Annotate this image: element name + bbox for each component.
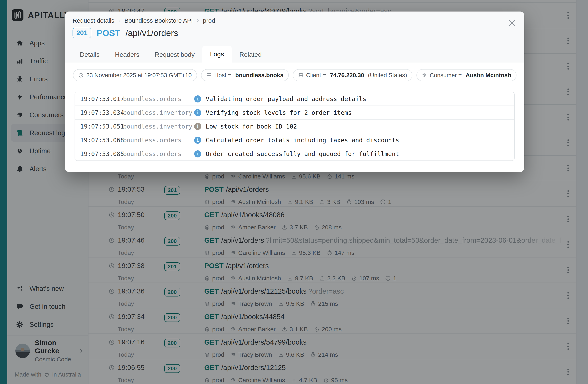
log-level-icon (194, 109, 201, 116)
request-meta-chips: 23 November 2025 at 19:07:53 GMT+10 Host… (73, 69, 516, 81)
http-method: POST (97, 28, 120, 38)
log-message: Calculated order totals including taxes … (206, 137, 399, 144)
log-message: Verifying stock levels for 2 order items (206, 109, 352, 116)
modal-tabs: Details Headers Request body Logs Relate… (72, 46, 269, 63)
log-logger: boundless.orders (123, 95, 194, 103)
log-message: Low stock for book ID 102 (206, 123, 297, 130)
modal-title: 201 POST /api/v1/orders (73, 28, 178, 38)
clock-icon (78, 73, 84, 78)
log-time: 19:07:53.017 (80, 95, 123, 103)
log-message: Validating order payload and address det… (206, 95, 366, 103)
log-row: 19:07:53.068 boundless.orders Calculated… (75, 133, 514, 147)
tab-related[interactable]: Related (232, 47, 269, 63)
modal-body: 23 November 2025 at 19:07:53 GMT+10 Host… (65, 63, 524, 172)
log-row: 19:07:53.034 boundless.inventory Verifyi… (75, 106, 514, 119)
log-row: 19:07:53.051 boundless.inventory Low sto… (75, 119, 514, 133)
log-logger: boundless.inventory (123, 109, 194, 116)
chevron-right-icon (118, 19, 121, 22)
request-details-modal: Request details Boundless Bookstore API … (65, 12, 524, 172)
server-icon (298, 73, 303, 78)
log-row: 19:07:53.085 boundless.orders Order crea… (75, 147, 514, 160)
tab-logs[interactable]: Logs (202, 46, 231, 63)
log-logger: boundless.inventory (123, 123, 194, 130)
log-list: 19:07:53.017 boundless.orders Validating… (75, 92, 515, 161)
apitally-app: APITALLY Apps Traffic Errors Performance… (0, 0, 588, 384)
log-level-icon (194, 95, 201, 103)
host-chip[interactable]: Host =boundless.books (201, 69, 289, 81)
consumer-chip[interactable]: Consumer =Austin Mcintosh (417, 69, 516, 81)
log-level-icon (194, 150, 201, 157)
log-time: 19:07:53.034 (80, 109, 123, 116)
log-time: 19:07:53.085 (80, 150, 123, 157)
log-level-icon (194, 137, 201, 144)
tab-request-body[interactable]: Request body (147, 47, 202, 63)
log-level-icon (194, 123, 201, 130)
server-icon (206, 73, 212, 78)
close-icon[interactable] (508, 19, 516, 27)
log-logger: boundless.orders (123, 137, 194, 144)
breadcrumb: Request details Boundless Bookstore API … (73, 17, 215, 24)
timestamp-chip[interactable]: 23 November 2025 at 19:07:53 GMT+10 (73, 69, 197, 81)
tab-headers[interactable]: Headers (107, 47, 147, 63)
log-message: Order created successfully and queued fo… (206, 150, 399, 157)
endpoint-path: /api/v1/orders (126, 28, 178, 38)
breadcrumb-request-details[interactable]: Request details (73, 17, 114, 24)
modal-header: Request details Boundless Bookstore API … (65, 12, 524, 63)
breadcrumb-app[interactable]: Boundless Bookstore API (125, 17, 193, 24)
client-chip[interactable]: Client =74.76.220.30(United States) (293, 69, 412, 81)
fingerprint-icon (422, 73, 427, 78)
tab-details[interactable]: Details (72, 47, 107, 63)
log-logger: boundless.orders (123, 150, 194, 157)
log-time: 19:07:53.068 (80, 137, 123, 144)
status-badge: 201 (73, 28, 91, 38)
chevron-right-icon (196, 19, 200, 22)
log-time: 19:07:53.051 (80, 123, 123, 130)
breadcrumb-env[interactable]: prod (203, 17, 215, 24)
log-row: 19:07:53.017 boundless.orders Validating… (75, 92, 514, 106)
